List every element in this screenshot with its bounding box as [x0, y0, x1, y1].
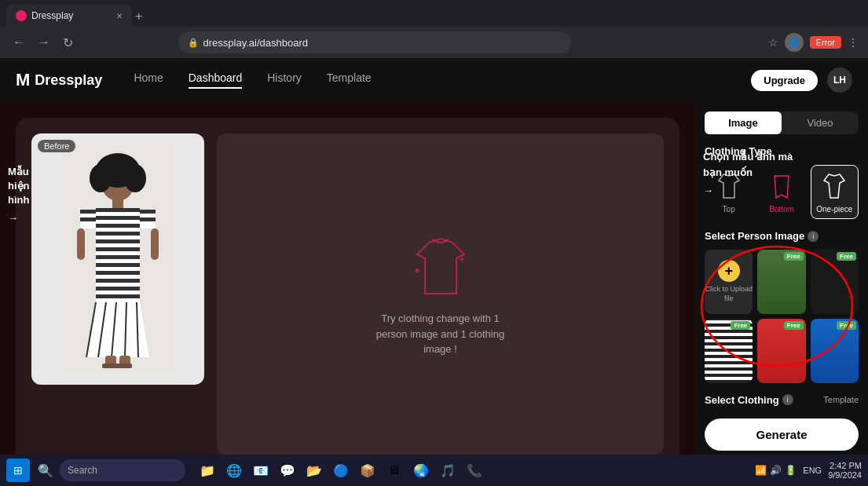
video-tab[interactable]: Video	[782, 111, 859, 134]
taskbar-search-icon: 🔍	[33, 458, 58, 483]
svg-rect-12	[96, 247, 140, 251]
taskbar-app-2[interactable]: 🌐	[222, 458, 247, 483]
person-item-3[interactable]: Free	[705, 319, 753, 383]
annotation-right-text: Chọn mẫu ảnh mà bạn muốn	[703, 151, 793, 178]
start-button[interactable]: ⊞	[6, 459, 30, 482]
person-item-2[interactable]: Free	[811, 250, 859, 314]
image-tab[interactable]: Image	[705, 111, 782, 134]
battery-icon: 🔋	[785, 465, 797, 476]
generate-button[interactable]: Generate	[705, 418, 859, 451]
select-clothing-row: Select Clothing i Template	[705, 394, 859, 406]
svg-rect-15	[96, 271, 140, 275]
sound-icon: 🔊	[770, 465, 782, 476]
star-btn[interactable]: ☆	[768, 36, 778, 49]
taskbar-app-10[interactable]: 🎵	[435, 458, 460, 483]
taskbar-app-3[interactable]: 📧	[248, 458, 273, 483]
onepiece-label: One-piece	[816, 205, 852, 214]
back-btn[interactable]: ←	[9, 32, 28, 53]
browser-tabs: Dressplay ✕ +	[6, 0, 145, 27]
refresh-btn[interactable]: ↻	[60, 32, 76, 53]
upload-person-item[interactable]: + Click to Upload file	[705, 250, 753, 314]
browser-toolbar: ← → ↻ 🔒 dressplay.ai/dashboard ☆ 👤 Error…	[0, 27, 868, 58]
taskbar-app-6[interactable]: 🔵	[328, 458, 353, 483]
svg-rect-8	[96, 216, 140, 220]
svg-marker-27	[86, 302, 149, 357]
logo-text: Dressplay	[35, 72, 102, 89]
taskbar-icons: 🔍 Search	[33, 458, 185, 483]
address-bar[interactable]: 🔒 dressplay.ai/dashboard	[178, 31, 571, 53]
template-link[interactable]: Template	[823, 395, 859, 404]
nav-home[interactable]: Home	[134, 71, 163, 89]
media-tab-switcher: Image Video	[705, 111, 859, 134]
upload-label: Click to Upload file	[705, 285, 753, 303]
taskbar-app-8[interactable]: 🖥	[382, 458, 407, 483]
bottom-label: Bottom	[769, 205, 794, 214]
forward-btn[interactable]: →	[35, 32, 53, 53]
person-item-4[interactable]: Free	[757, 319, 805, 383]
svg-rect-18	[96, 294, 140, 298]
svg-rect-24	[140, 217, 156, 221]
svg-point-4	[124, 164, 146, 192]
taskbar-app-1[interactable]: 📁	[195, 458, 220, 483]
system-icons: 📶 🔊 🔋	[755, 465, 797, 476]
app-nav: M Dressplay Home Dashboard History Templ…	[0, 58, 868, 102]
svg-rect-35	[102, 364, 118, 368]
logo: M Dressplay	[16, 70, 102, 90]
tab-title: Dressplay	[31, 10, 73, 21]
search-placeholder: Search	[68, 465, 97, 476]
user-avatar[interactable]: LH	[827, 68, 852, 93]
onepiece-icon	[820, 170, 848, 202]
svg-rect-5	[112, 199, 123, 210]
tab-favicon	[16, 10, 27, 21]
svg-rect-21	[80, 217, 96, 221]
tab-close-btn[interactable]: ✕	[116, 12, 123, 20]
taskbar-app-11[interactable]: 📞	[462, 458, 487, 483]
before-badge: Before	[38, 140, 75, 152]
person-item-1[interactable]: Free	[757, 250, 805, 314]
menu-btn[interactable]: ⋮	[848, 36, 859, 49]
taskbar-app-9[interactable]: 🌏	[408, 458, 434, 483]
select-person-header: Select Person Image i	[705, 230, 859, 242]
svg-rect-20	[80, 210, 96, 214]
svg-text:✦: ✦	[437, 300, 442, 301]
nav-template[interactable]: Template	[327, 71, 372, 89]
upload-plus-icon: +	[718, 260, 740, 282]
taskbar-right: 📶 🔊 🔋 ENG 2:42 PM 9/9/2024	[755, 461, 862, 480]
svg-rect-23	[140, 210, 156, 214]
nav-history[interactable]: History	[267, 71, 302, 89]
clothing-outline-icon: ✦ ✦ ✦	[405, 231, 476, 301]
nav-dashboard[interactable]: Dashboard	[189, 71, 243, 89]
clothing-info-icon[interactable]: i	[782, 394, 793, 405]
annotation-right: Chọn mẫu ảnh mà bạn muốn →	[703, 149, 813, 199]
new-tab-btn[interactable]: +	[132, 6, 145, 27]
svg-rect-25	[77, 228, 85, 260]
url-text: dressplay.ai/dashboard	[203, 37, 308, 49]
clock-date: 9/9/2024	[828, 470, 862, 480]
clock-time: 2:42 PM	[828, 461, 862, 470]
person-grid: + Click to Upload file Free Free Free Fr	[705, 250, 859, 383]
select-person-title: Select Person Image	[705, 230, 804, 242]
upload-panel[interactable]: Chọn mẫu ảnh mà bạn muốn → ✦ ✦ ✦ Try clo…	[217, 133, 664, 455]
logo-icon: M	[16, 70, 30, 90]
person-info-icon[interactable]: i	[808, 231, 819, 242]
svg-rect-16	[96, 279, 140, 283]
taskbar-app-7[interactable]: 📦	[355, 458, 380, 483]
taskbar-app-4[interactable]: 💬	[275, 458, 300, 483]
top-label: Top	[723, 205, 735, 214]
free-badge-2: Free	[837, 252, 856, 261]
upgrade-button[interactable]: Upgrade	[751, 70, 818, 91]
svg-rect-36	[116, 364, 132, 368]
wifi-icon: 📶	[755, 465, 767, 476]
upload-instruction: Try clothing change with 1 person image …	[370, 311, 511, 357]
clothing-type-onepiece[interactable]: One-piece	[811, 165, 859, 219]
taskbar-app-5[interactable]: 📂	[302, 458, 327, 483]
free-badge-4: Free	[784, 321, 804, 330]
taskbar-search-bar[interactable]: Search	[60, 459, 185, 481]
browser-user-avatar[interactable]: 👤	[785, 33, 804, 52]
person-item-5[interactable]: Free	[811, 319, 859, 383]
svg-rect-11	[96, 239, 140, 243]
lock-icon: 🔒	[188, 38, 199, 48]
svg-rect-7	[96, 208, 140, 212]
active-tab[interactable]: Dressplay ✕	[6, 5, 132, 27]
select-clothing-title: Select Clothing	[705, 394, 779, 406]
